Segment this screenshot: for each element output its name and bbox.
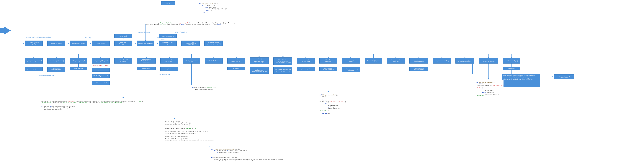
node-modelloader: modelloader: cleanup_models (114, 40, 132, 46)
node-sd-models-b: sd_models.py (92, 68, 110, 72)
conn-r2-2b (56, 64, 56, 67)
code-loadmodule: if name.startswith("modules.ui"): import… (192, 85, 216, 90)
conn-r2-10 (236, 54, 236, 57)
conn-r2-5 (123, 54, 123, 57)
node-load-upscalers: modelloader. load_upscalers (205, 58, 223, 64)
node-scriptrunner: scripts.py:ScriptRunner() initialize_scr… (554, 74, 574, 79)
conn-reload-code (192, 64, 192, 84)
node-reload-hyper2: Shared.reload_hyperne t (365, 58, 382, 64)
conn-r1-drop (223, 43, 223, 54)
node-configure-opts: configure_opts_onchan ge (137, 40, 154, 46)
conn-r1-2 (65, 43, 68, 43)
node-sd-unet-b: script_callbacks. list_unets_callbacks (… (320, 67, 337, 71)
node-upscaler: Upscaler.UpscalerLanc zos ()对象 (92, 74, 110, 78)
conn-r1-7 (177, 43, 180, 43)
node-ui-extra-init: ui_extra_networks. initialize() (387, 58, 405, 64)
conn-r2-1 (34, 54, 34, 57)
node-all-samplers: sd_samplers.py: all_samplers () (25, 67, 43, 71)
node-script-cb: modules.script_callba cks. on_list_optim… (274, 57, 292, 65)
conn-r1-4 (110, 43, 112, 43)
conn-r2-18 (419, 54, 419, 57)
node-gfpgan: gfpgan.setup_model(cm d_opts.gfpgan_mode… (204, 40, 223, 46)
conn-r2-16 (374, 54, 374, 57)
conn-r2-7 (169, 54, 169, 57)
conn-r2-9 (214, 54, 214, 57)
conn-r1-drop-h (223, 43, 227, 43)
node-create-ui: modules.ui. create_ui() (503, 58, 520, 64)
node-restore-config: restore_config_state_ file (70, 58, 87, 64)
node-script-cb-b: script_callbacks. py:callback_map ['call… (274, 67, 292, 74)
conn-unets-code (328, 71, 328, 91)
code-beforeui: def before_ui_callback(): for c in rever… (476, 80, 504, 97)
node-reload-hyper-b: shared.py: hypernetworks.list_h ypernetw… (342, 67, 360, 72)
node-fix-asyncio: fix_asyncio_event_loo p_policy (25, 40, 43, 46)
conn-r2-13b (306, 64, 306, 67)
conn-models-code (123, 64, 123, 97)
node-sd-hijack-b: sd_hijack.py: optimizers (297, 67, 315, 71)
note-cli: cli中命令参数 (84, 37, 91, 39)
conn-r2-17 (396, 54, 396, 57)
node-reload-script: reload_script_modules (183, 58, 200, 64)
conn-scripts-code (174, 71, 175, 118)
conn-r2-7b (169, 64, 169, 67)
code-shared-opts: shared.opts.onchange("sd_model_checkpoin… (145, 20, 235, 26)
flow-start-arrow (4, 26, 11, 35)
conn-modules-down (168, 5, 168, 23)
node-sd-hijack: modules.sd_hijack. list_optimizers() (297, 58, 315, 64)
main-flow-line (0, 54, 644, 54)
conn-r2-2 (56, 54, 56, 57)
node-set-samplers: sd_samplers: set_samplers() (25, 58, 43, 64)
conn-r2-10b (236, 64, 236, 67)
conn-r2-14 (328, 54, 328, 57)
conn-r2-22b (512, 64, 512, 67)
conn-extra-h (472, 74, 502, 74)
conn-r2-14b (328, 64, 328, 67)
node-refresh-vae: modules.sd_vae. refresh_vae_list() (228, 58, 245, 64)
conn-r2-12 (283, 54, 283, 56)
conn-r2-11 (259, 54, 259, 56)
conn-beforeui-code (488, 64, 489, 78)
node-ui-extra-pages: ui_extra_networks.reg ister_default_page… (410, 58, 428, 64)
code-modellist: model_list = modelloader.load_models(mod… (40, 99, 143, 111)
conn-r2-3 (78, 54, 79, 57)
conn-r2-22c (512, 70, 512, 74)
node-list-models: modules.sd_models.l ist_models() (114, 58, 132, 64)
note-reload-tab: 根据重载网络启动的tab (134, 31, 154, 33)
node-modules: modules (161, 1, 175, 5)
conn-r2-6b (146, 64, 146, 67)
conn-r1-8 (200, 43, 202, 43)
conn-r1-0 (11, 43, 23, 43)
conn-extra-up (472, 64, 473, 74)
conn-r2-3b (78, 64, 79, 67)
conn-r2-4b (101, 64, 101, 68)
node-extra-net-reg: extra_networks.regist er_default_extra_n… (456, 58, 474, 64)
node-vae-b: sd_vae.py:? (228, 67, 245, 70)
conn-r2-22 (512, 54, 512, 57)
node-textual: modules.textual_inver sion.textual_inver… (250, 57, 269, 64)
conn-big-right (540, 77, 552, 77)
conn-r1-5 (132, 43, 135, 43)
conn-r2-13 (306, 54, 306, 57)
note-ui-reload: ui中留下的reload按钮 (171, 31, 191, 33)
node-localization-b: localization.py:? (137, 67, 156, 70)
conn-r2-1b (34, 64, 34, 67)
note-launch: launch.py启动完毕初始化task 后的启动环境阶段 (25, 36, 52, 38)
code-register: def register_scripts_from_module(module)… (211, 147, 294, 161)
node-sd-unet: modules.sd_unet. list_unets() (320, 58, 337, 64)
conn-r2-20 (465, 54, 465, 57)
conn-r2-18b (419, 64, 419, 67)
conn-r1-6 (154, 43, 157, 43)
conn-r2-19 (442, 54, 442, 57)
node-ui-extra-pages-b: ui_extra_networks.py: extra_pages.clear … (410, 67, 428, 71)
node-localization: localization.list_loc alizations(cmd_opt… (137, 58, 156, 64)
node-sdmodels-top: sd_models.py: enable_midas_autodow (159, 34, 177, 38)
node-big-block: reload_javascript() modules.scripts.scri… (502, 74, 540, 87)
node-codeformer: codeformer.setup_mode l(cmd_opts.codefor… (181, 40, 200, 46)
node-load-scripts-b: scripts.py: lload_scripts() (160, 67, 178, 71)
node-extensions: extensions. list_extensions() (47, 58, 65, 64)
node-modelloader-top: modelloader.py: cleanup_models (114, 34, 132, 38)
conn-r2-15b (351, 64, 351, 67)
node-check-versions: check_versions (92, 40, 110, 46)
conn-opts-down (146, 24, 146, 40)
node-reload-hyper: Shared.reload_hypernet works () (342, 58, 360, 64)
